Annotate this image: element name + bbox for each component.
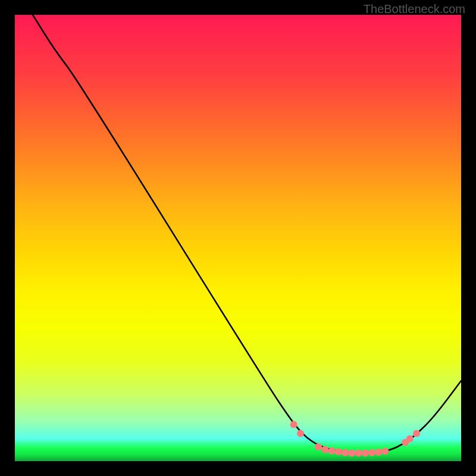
curve-marker — [368, 449, 375, 456]
bottleneck-curve — [33, 15, 461, 453]
curve-marker — [335, 448, 342, 455]
curve-marker — [348, 450, 355, 457]
curve-marker — [362, 450, 369, 457]
curve-marker — [321, 446, 328, 453]
curve-marker — [315, 443, 322, 450]
curve-marker — [342, 449, 349, 456]
curve-marker — [406, 436, 414, 443]
curve-marker — [328, 447, 336, 455]
curve-path — [33, 15, 461, 453]
plot-area — [15, 15, 461, 461]
curve-marker — [290, 421, 298, 428]
curve-marker — [355, 450, 362, 457]
watermark-text: TheBottleneck.com — [364, 2, 465, 16]
curve-marker — [375, 449, 382, 456]
curve-marker — [413, 430, 420, 437]
chart-frame — [0, 0, 476, 476]
curve-marker — [297, 430, 304, 437]
chart-svg — [15, 15, 461, 461]
curve-marker — [382, 448, 389, 455]
